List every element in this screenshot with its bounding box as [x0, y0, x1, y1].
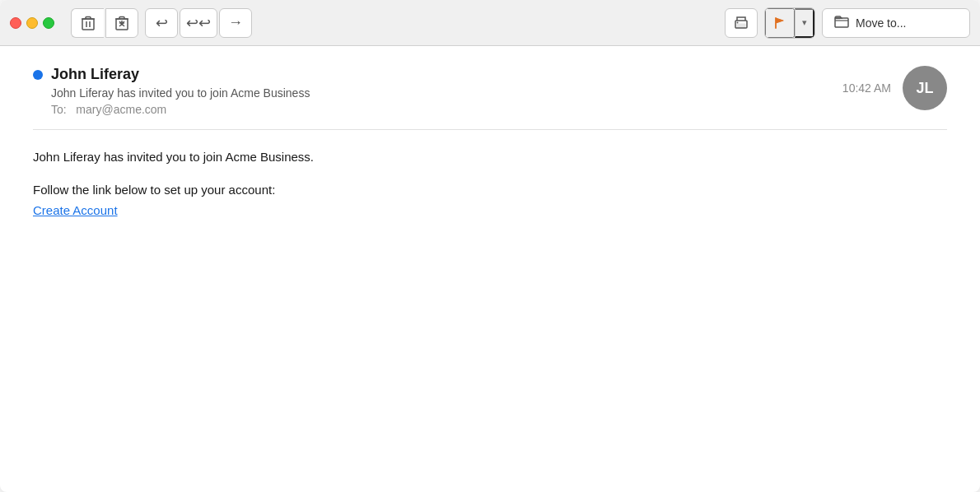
to-label: To: — [51, 103, 67, 116]
close-button[interactable] — [10, 17, 21, 29]
svg-rect-13 — [835, 18, 848, 27]
email-header-right: 10:42 AM JL — [842, 66, 947, 110]
email-to-line: To: mary@acme.com — [51, 103, 310, 116]
traffic-lights — [10, 17, 54, 29]
email-header: John Liferay John Liferay has invited yo… — [33, 66, 947, 116]
body-paragraph-2: Follow the link below to set up your acc… — [33, 179, 947, 221]
move-to-button[interactable]: Move to... — [822, 8, 970, 38]
maximize-button[interactable] — [43, 17, 54, 29]
sender-row: John Liferay — [33, 66, 310, 83]
email-header-left: John Liferay John Liferay has invited yo… — [33, 66, 310, 116]
minimize-button[interactable] — [26, 17, 38, 29]
to-address: mary@acme.com — [76, 103, 166, 116]
reply-all-button[interactable]: ↩↩ — [180, 8, 217, 38]
reply-group: ↩ ↩↩ → — [145, 8, 252, 38]
create-account-link[interactable]: Create Account — [33, 203, 118, 217]
avatar-initials: JL — [916, 80, 933, 97]
svg-rect-0 — [82, 19, 94, 30]
header-divider — [33, 129, 947, 130]
sender-avatar: JL — [903, 66, 947, 110]
unread-indicator — [33, 70, 43, 80]
svg-rect-11 — [737, 24, 745, 28]
sender-name: John Liferay — [51, 66, 139, 83]
delete-archive-group — [71, 8, 138, 38]
email-body: John Liferay has invited you to join Acm… — [33, 146, 947, 221]
email-content-area: John Liferay John Liferay has invited yo… — [0, 46, 980, 492]
archive-button[interactable] — [105, 8, 138, 38]
flag-button[interactable] — [765, 8, 795, 38]
flag-group: ▾ — [764, 7, 815, 39]
reply-button[interactable]: ↩ — [145, 8, 178, 38]
move-to-icon — [834, 15, 849, 31]
svg-point-12 — [737, 21, 739, 23]
email-window: ↩ ↩↩ → — [0, 0, 980, 492]
body-line2-text: Follow the link below to set up your acc… — [33, 183, 275, 197]
body-paragraph-1: John Liferay has invited you to join Acm… — [33, 146, 947, 168]
chevron-down-icon: ▾ — [802, 17, 807, 28]
print-button[interactable] — [725, 8, 758, 38]
forward-button[interactable]: → — [219, 8, 252, 38]
flag-dropdown-button[interactable]: ▾ — [795, 8, 814, 38]
toolbar-right: ▾ Move to... — [725, 7, 970, 39]
toolbar: ↩ ↩↩ → — [0, 0, 980, 46]
move-to-label: Move to... — [856, 16, 906, 30]
email-timestamp: 10:42 AM — [842, 81, 891, 95]
email-subject-preview: John Liferay has invited you to join Acm… — [51, 86, 310, 100]
delete-button[interactable] — [71, 8, 104, 38]
